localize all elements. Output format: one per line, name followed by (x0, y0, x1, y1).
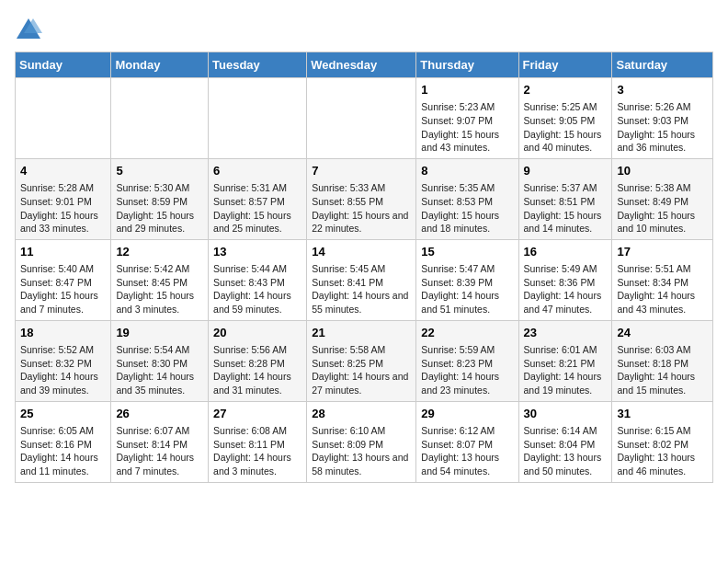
day-info: Daylight: 15 hours and 7 minutes. (20, 289, 106, 316)
day-info: Sunrise: 5:49 AM (524, 262, 608, 276)
day-info: Sunrise: 5:25 AM (524, 100, 608, 114)
calendar-cell: 21Sunrise: 5:58 AMSunset: 8:25 PMDayligh… (307, 320, 416, 401)
day-info: Daylight: 14 hours and 31 minutes. (213, 370, 301, 396)
day-info: Sunset: 8:28 PM (213, 357, 301, 371)
calendar-cell: 5Sunrise: 5:30 AMSunset: 8:59 PMDaylight… (111, 158, 209, 239)
calendar-cell: 4Sunrise: 5:28 AMSunset: 9:01 PMDaylight… (16, 158, 111, 239)
day-info: Sunrise: 5:30 AM (116, 181, 203, 195)
day-info: Sunrise: 5:47 AM (421, 262, 513, 276)
day-number: 24 (617, 325, 708, 341)
day-info: Sunrise: 5:23 AM (421, 100, 513, 114)
day-info: Sunset: 8:59 PM (116, 195, 203, 209)
day-info: Sunrise: 6:15 AM (617, 424, 708, 438)
day-info: Sunset: 8:11 PM (213, 438, 301, 452)
day-number: 6 (213, 163, 301, 179)
header (15, 15, 713, 42)
day-number: 5 (116, 163, 203, 179)
day-number: 2 (524, 82, 608, 98)
day-info: Sunset: 8:02 PM (617, 438, 708, 452)
day-info: Daylight: 13 hours and 50 minutes. (524, 451, 608, 477)
day-info: Daylight: 14 hours and 27 minutes. (312, 370, 411, 396)
day-info: Sunset: 8:23 PM (421, 357, 513, 371)
calendar-cell: 9Sunrise: 5:37 AMSunset: 8:51 PMDaylight… (518, 158, 612, 239)
day-info: Sunrise: 5:31 AM (213, 181, 301, 195)
day-info: Sunset: 8:51 PM (524, 195, 608, 209)
day-info: Daylight: 15 hours and 18 minutes. (421, 209, 513, 236)
weekday-header-wednesday: Wednesday (307, 52, 416, 78)
calendar-week-row: 18Sunrise: 5:52 AMSunset: 8:32 PMDayligh… (16, 320, 713, 401)
weekday-header-monday: Monday (111, 52, 209, 78)
calendar-cell: 8Sunrise: 5:35 AMSunset: 8:53 PMDaylight… (416, 158, 518, 239)
day-info: Sunrise: 6:12 AM (421, 424, 513, 438)
calendar-week-row: 11Sunrise: 5:40 AMSunset: 8:47 PMDayligh… (16, 239, 713, 320)
day-info: Daylight: 15 hours and 25 minutes. (213, 209, 301, 236)
day-info: Sunrise: 6:01 AM (524, 343, 608, 357)
day-number: 1 (421, 82, 513, 98)
day-info: Daylight: 14 hours and 3 minutes. (213, 451, 301, 477)
weekday-header-thursday: Thursday (416, 52, 518, 78)
day-info: Daylight: 14 hours and 39 minutes. (20, 370, 106, 396)
calendar-cell: 1Sunrise: 5:23 AMSunset: 9:07 PMDaylight… (416, 78, 518, 159)
day-number: 25 (20, 406, 106, 422)
day-number: 27 (213, 406, 301, 422)
calendar-cell: 20Sunrise: 5:56 AMSunset: 8:28 PMDayligh… (209, 320, 307, 401)
day-number: 15 (421, 244, 513, 260)
day-info: Sunset: 8:55 PM (312, 195, 411, 209)
day-info: Sunset: 8:57 PM (213, 195, 301, 209)
day-info: Sunset: 8:34 PM (617, 276, 708, 290)
day-info: Daylight: 15 hours and 33 minutes. (20, 209, 106, 236)
calendar-cell: 6Sunrise: 5:31 AMSunset: 8:57 PMDaylight… (209, 158, 307, 239)
calendar-cell: 3Sunrise: 5:26 AMSunset: 9:03 PMDaylight… (612, 78, 713, 159)
day-info: Sunset: 8:47 PM (20, 276, 106, 290)
day-number: 29 (421, 406, 513, 422)
day-info: Sunrise: 6:05 AM (20, 424, 106, 438)
day-number: 28 (312, 406, 411, 422)
calendar-table: SundayMondayTuesdayWednesdayThursdayFrid… (15, 52, 713, 483)
calendar-week-row: 4Sunrise: 5:28 AMSunset: 9:01 PMDaylight… (16, 158, 713, 239)
calendar-cell: 16Sunrise: 5:49 AMSunset: 8:36 PMDayligh… (518, 239, 612, 320)
day-number: 20 (213, 325, 301, 341)
day-info: Daylight: 15 hours and 29 minutes. (116, 209, 203, 236)
day-info: Daylight: 15 hours and 22 minutes. (312, 209, 411, 236)
day-info: Sunrise: 6:07 AM (116, 424, 203, 438)
calendar-cell (16, 78, 111, 159)
calendar-cell: 26Sunrise: 6:07 AMSunset: 8:14 PMDayligh… (111, 401, 209, 482)
weekday-header-row: SundayMondayTuesdayWednesdayThursdayFrid… (16, 52, 713, 78)
calendar-cell: 17Sunrise: 5:51 AMSunset: 8:34 PMDayligh… (612, 239, 713, 320)
day-info: Sunset: 8:53 PM (421, 195, 513, 209)
day-number: 21 (312, 325, 411, 341)
day-info: Daylight: 13 hours and 58 minutes. (312, 451, 411, 477)
day-info: Daylight: 14 hours and 47 minutes. (524, 289, 608, 316)
day-info: Daylight: 13 hours and 46 minutes. (617, 451, 708, 477)
day-info: Sunrise: 5:51 AM (617, 262, 708, 276)
day-info: Sunrise: 5:44 AM (213, 262, 301, 276)
day-info: Sunrise: 5:35 AM (421, 181, 513, 195)
day-number: 13 (213, 244, 301, 260)
day-info: Sunrise: 5:37 AM (524, 181, 608, 195)
day-info: Sunrise: 5:59 AM (421, 343, 513, 357)
day-info: Sunrise: 5:26 AM (617, 100, 708, 114)
calendar-week-row: 1Sunrise: 5:23 AMSunset: 9:07 PMDaylight… (16, 78, 713, 159)
day-info: Daylight: 15 hours and 3 minutes. (116, 289, 203, 316)
calendar-cell: 25Sunrise: 6:05 AMSunset: 8:16 PMDayligh… (16, 401, 111, 482)
day-info: Sunset: 8:07 PM (421, 438, 513, 452)
day-number: 14 (312, 244, 411, 260)
day-info: Daylight: 14 hours and 51 minutes. (421, 289, 513, 316)
day-info: Sunset: 9:07 PM (421, 114, 513, 128)
day-info: Daylight: 14 hours and 23 minutes. (421, 370, 513, 396)
day-info: Sunrise: 5:45 AM (312, 262, 411, 276)
day-info: Sunset: 8:18 PM (617, 357, 708, 371)
day-info: Daylight: 14 hours and 55 minutes. (312, 289, 411, 316)
day-info: Sunset: 8:45 PM (116, 276, 203, 290)
calendar-cell: 31Sunrise: 6:15 AMSunset: 8:02 PMDayligh… (612, 401, 713, 482)
day-info: Sunset: 8:36 PM (524, 276, 608, 290)
day-info: Daylight: 13 hours and 54 minutes. (421, 451, 513, 477)
calendar-cell: 19Sunrise: 5:54 AMSunset: 8:30 PMDayligh… (111, 320, 209, 401)
calendar-cell: 15Sunrise: 5:47 AMSunset: 8:39 PMDayligh… (416, 239, 518, 320)
calendar-cell (111, 78, 209, 159)
calendar-cell: 24Sunrise: 6:03 AMSunset: 8:18 PMDayligh… (612, 320, 713, 401)
day-info: Sunrise: 5:38 AM (617, 181, 708, 195)
day-info: Sunrise: 6:14 AM (524, 424, 608, 438)
calendar-cell: 13Sunrise: 5:44 AMSunset: 8:43 PMDayligh… (209, 239, 307, 320)
day-info: Sunrise: 5:58 AM (312, 343, 411, 357)
